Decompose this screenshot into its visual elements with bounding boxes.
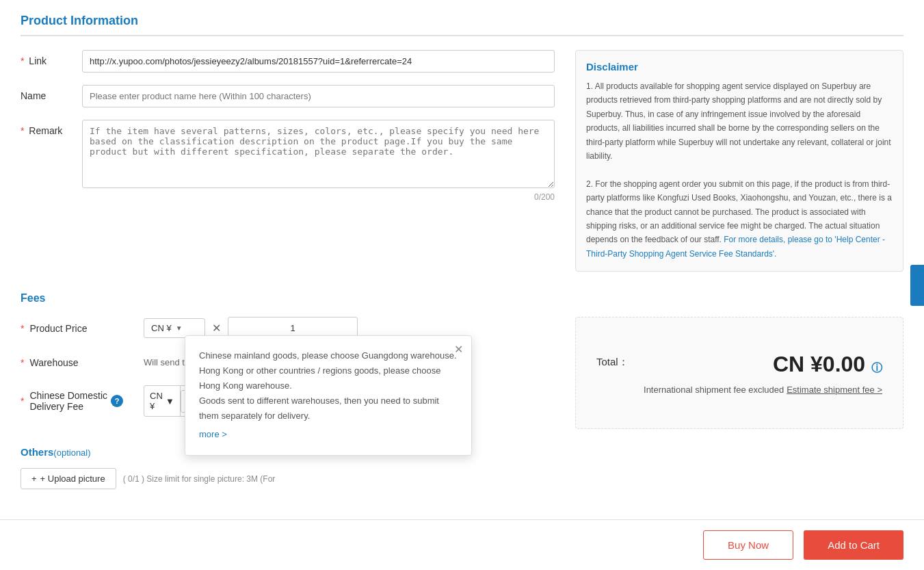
warehouse-tooltip-popup: ✕ Chinese mainland goods, please choose … (185, 335, 472, 456)
form-area: * Link Name * Remark (21, 50, 903, 272)
tooltip-line3: Goods sent to different warehouses, then… (199, 393, 458, 424)
form-row-remark: * Remark 0/200 (21, 120, 555, 202)
remark-field-wrapper: 0/200 (82, 120, 555, 202)
link-input[interactable] (82, 50, 555, 73)
footer-bar: Buy Now Add to Cart (0, 519, 924, 570)
required-marker-remark: * (21, 125, 24, 136)
warehouse-label: * Warehouse (21, 357, 144, 368)
delivery-currency-arrow-icon: ▼ (166, 396, 174, 406)
char-count: 0/200 (82, 192, 555, 202)
estimate-shipment-link[interactable]: Estimate shipment fee > (787, 385, 882, 395)
product-price-label: * Product Price (21, 323, 144, 334)
disclaimer-box: Disclaimer 1. All products available for… (575, 50, 903, 272)
form-row-link: * Link (21, 50, 555, 73)
multiply-icon: ✕ (212, 322, 221, 335)
will-send-to-text: Will send to (144, 357, 189, 367)
tooltip-line1: Chinese mainland goods, please choose Gu… (199, 348, 458, 363)
page-wrapper: Product Information * Link Name (0, 0, 924, 570)
tooltip-close-button[interactable]: ✕ (454, 343, 463, 356)
required-marker: * (21, 55, 24, 66)
upload-picture-button[interactable]: + + Upload picture (21, 468, 116, 489)
intl-shipment-text: International shipment fee excluded (644, 385, 784, 395)
delivery-fee-label: * Chinese DomesticDelivery Fee ? (21, 390, 144, 412)
delivery-currency-select[interactable]: CN ¥ ▼ (144, 386, 181, 416)
disclaimer-content: Disclaimer 1. All products available for… (575, 50, 903, 272)
total-label: Total： (596, 356, 629, 369)
right-edge-bar (910, 265, 924, 306)
disclaimer-title: Disclaimer (586, 61, 893, 73)
form-row-name: Name (21, 85, 555, 107)
section-title: Product Information (21, 14, 903, 36)
form-left: * Link Name * Remark (21, 50, 555, 272)
buy-now-button[interactable]: Buy Now (703, 530, 793, 560)
remark-input[interactable] (82, 120, 555, 188)
name-input[interactable] (82, 85, 555, 107)
tooltip-line2: Hong Kong or other countries / regions g… (199, 363, 458, 393)
currency-arrow-icon: ▼ (176, 324, 183, 332)
name-field-wrapper (82, 85, 555, 107)
disclaimer-text1: 1. All products available for shopping a… (586, 81, 891, 161)
upload-info-text: ( 0/1 ) Size limit for single picture: 3… (123, 474, 276, 484)
total-info-icon[interactable]: ⓘ (871, 362, 882, 374)
name-label: Name (21, 85, 82, 101)
link-field-wrapper (82, 50, 555, 73)
fees-right: Total： CN ¥0.00 ⓘ International shipment… (575, 317, 903, 429)
delivery-help-icon[interactable]: ? (111, 395, 123, 407)
link-label: * Link (21, 50, 82, 66)
plus-icon: + (31, 474, 37, 484)
total-amount: CN ¥0.00 ⓘ (773, 352, 882, 377)
remark-label: * Remark (21, 120, 82, 136)
upload-row: + + Upload picture ( 0/1 ) Size limit fo… (21, 468, 903, 489)
add-to-cart-button[interactable]: Add to Cart (804, 530, 903, 560)
tooltip-more-link[interactable]: more > (199, 427, 227, 442)
fees-title: Fees (21, 292, 903, 305)
disclaimer-text: 1. All products available for shopping a… (586, 79, 893, 261)
